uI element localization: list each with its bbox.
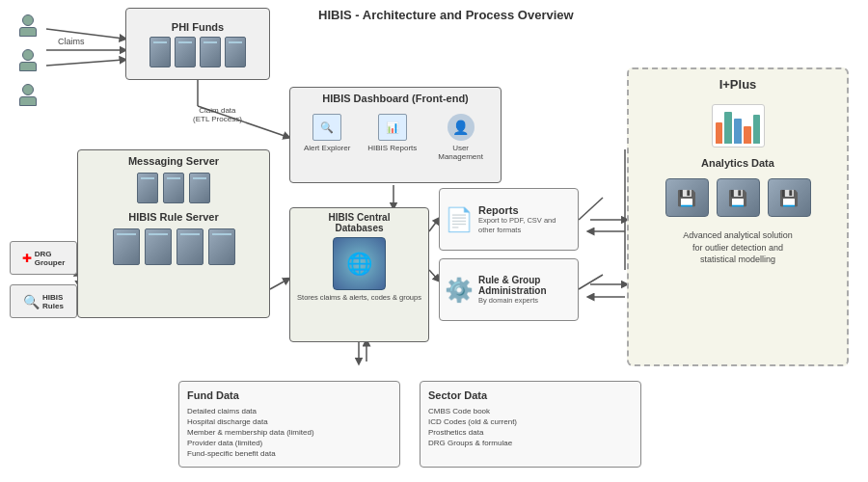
svg-line-17	[429, 270, 438, 280]
alert-explorer-item: 🔍 Alert Explorer	[304, 114, 350, 161]
server-icon-4	[225, 37, 246, 67]
svg-line-16	[429, 220, 438, 231]
analytics-icon-2: 💾	[717, 178, 760, 217]
sector-data-item-1: CMBS Code book	[428, 406, 633, 416]
search-icon: 🔍	[23, 294, 40, 309]
diagram-container: HIBIS - Architecture and Process Overvie…	[0, 0, 868, 482]
messaging-server-row-1	[78, 170, 269, 206]
hibis-rules-label: HIBISRules	[42, 293, 64, 310]
messaging-server-box: Messaging Server HIBIS Rule Server	[77, 149, 270, 318]
chart-bar-4	[744, 126, 751, 145]
fund-data-item-5: Fund-specific benefit data	[187, 448, 392, 459]
hibis-reports-item: 📊 HIBIS Reports	[367, 114, 417, 161]
reports-content: Reports Export to PDF, CSV and other for…	[478, 204, 573, 235]
drg-label: DRGGrouper	[35, 250, 66, 267]
msg-server-icon-3	[189, 173, 210, 203]
chart-bar-3	[734, 119, 742, 144]
rule-server-row	[78, 226, 269, 268]
sector-data-item-3: Prosthetics data	[428, 427, 633, 438]
chart-bar-1	[716, 122, 723, 144]
dashboard-items: 🔍 Alert Explorer 📊 HIBIS Reports 👤 User …	[290, 109, 501, 166]
dashboard-box: HIBIS Dashboard (Front-end) 🔍 Alert Expl…	[289, 87, 502, 183]
svg-line-18	[579, 198, 603, 220]
server-icon-2	[175, 37, 196, 67]
iplus-desc: Advanced analytical solutionfor outlier …	[629, 222, 847, 274]
hibis-rules-box: 🔍 HIBISRules	[10, 284, 77, 318]
alert-explorer-icon: 🔍	[312, 114, 341, 141]
analytics-label: Analytics Data	[629, 152, 847, 174]
messaging-server-label: Messaging Server	[78, 150, 269, 170]
central-db-title: HIBIS CentralDatabases	[290, 208, 428, 237]
reports-box: 📄 Reports Export to PDF, CSV and other f…	[439, 188, 579, 251]
user-mgmt-item: 👤 User Management	[434, 114, 487, 161]
msg-server-icon-2	[163, 173, 184, 203]
svg-line-2	[46, 60, 123, 66]
reports-icon: 📄	[445, 206, 474, 233]
db-cylinder-body: 🌐	[333, 237, 386, 290]
fund-data-item-4: Provider data (limited)	[187, 438, 392, 448]
analytics-icon-1: 💾	[665, 178, 709, 217]
person-icon-1	[14, 14, 41, 41]
rule-server-icon-2	[145, 228, 172, 265]
rule-admin-box: ⚙️ Rule & GroupAdministration By domain …	[439, 258, 579, 321]
svg-line-20	[579, 275, 603, 289]
sector-data-box: Sector Data CMBS Code book ICD Codes (ol…	[420, 381, 641, 468]
reports-title: Reports	[478, 204, 573, 216]
dashboard-title: HIBIS Dashboard (Front-end)	[290, 88, 501, 109]
chart-icon-area	[629, 99, 847, 152]
user-mgmt-icon: 👤	[448, 114, 475, 141]
analytics-icon-3: 💾	[768, 178, 811, 217]
fund-data-item-3: Member & membership data (limited)	[187, 427, 392, 438]
user-mgmt-label: User Management	[434, 144, 487, 161]
phi-server-icons	[149, 37, 246, 67]
rule-admin-content: Rule & GroupAdministration By domain exp…	[478, 275, 573, 306]
main-title: HIBIS - Architecture and Process Overvie…	[318, 8, 574, 22]
phi-funds-label: PHI Funds	[172, 21, 224, 33]
drg-cross-icon: ✚	[22, 252, 32, 265]
sector-data-item-2: ICD Codes (old & current)	[428, 416, 633, 427]
fund-data-item-2: Hospital discharge data	[187, 416, 392, 427]
db-cylinder: 🌐	[333, 237, 386, 290]
chart-icon	[712, 104, 765, 147]
drg-box: ✚ DRGGrouper	[10, 241, 77, 275]
chart-bar-5	[753, 115, 761, 144]
hibis-reports-icon: 📊	[378, 114, 407, 141]
central-db-box: HIBIS CentralDatabases 🌐 Stores claims &…	[289, 207, 429, 342]
svg-line-14	[270, 280, 287, 289]
person-icon-3	[14, 84, 41, 111]
alert-explorer-label: Alert Explorer	[304, 144, 350, 152]
rule-admin-desc: By domain experts	[478, 296, 573, 306]
msg-server-icon-1	[137, 173, 158, 203]
sector-data-item-4: DRG Groups & formulae	[428, 438, 633, 448]
claims-label: Claims	[58, 37, 85, 46]
people-group	[14, 14, 41, 111]
server-icon-1	[149, 37, 171, 67]
rule-server-icon-1	[113, 228, 140, 265]
phi-funds-box: PHI Funds	[125, 8, 270, 80]
reports-desc: Export to PDF, CSV and other formats	[478, 216, 573, 235]
iplus-box: I+Plus Analytics Data 💾 💾 💾 Advanced ana…	[627, 67, 849, 366]
chart-bar-2	[724, 112, 732, 144]
analytics-icons: 💾 💾 💾	[629, 174, 847, 222]
iplus-title: I+Plus	[629, 69, 847, 99]
server-icon-3	[200, 37, 221, 67]
person-icon-2	[14, 49, 41, 76]
db-note: Stores claims & alerts, codes & groups	[290, 290, 428, 306]
claim-data-label: Claim data(ETL Process)	[193, 106, 242, 123]
fund-data-title: Fund Data	[187, 389, 392, 401]
bottom-section: Fund Data Detailed claims data Hospital …	[178, 381, 641, 468]
fund-data-box: Fund Data Detailed claims data Hospital …	[178, 381, 400, 468]
sector-data-title: Sector Data	[428, 389, 633, 401]
rule-server-icon-3	[176, 228, 203, 265]
rule-server-icon-4	[208, 228, 235, 265]
rule-admin-icon: ⚙️	[445, 277, 474, 304]
fund-data-item-1: Detailed claims data	[187, 406, 392, 416]
rule-admin-title: Rule & GroupAdministration	[478, 275, 573, 296]
rule-server-label: HIBIS Rule Server	[78, 206, 269, 226]
hibis-reports-label: HIBIS Reports	[367, 144, 417, 152]
